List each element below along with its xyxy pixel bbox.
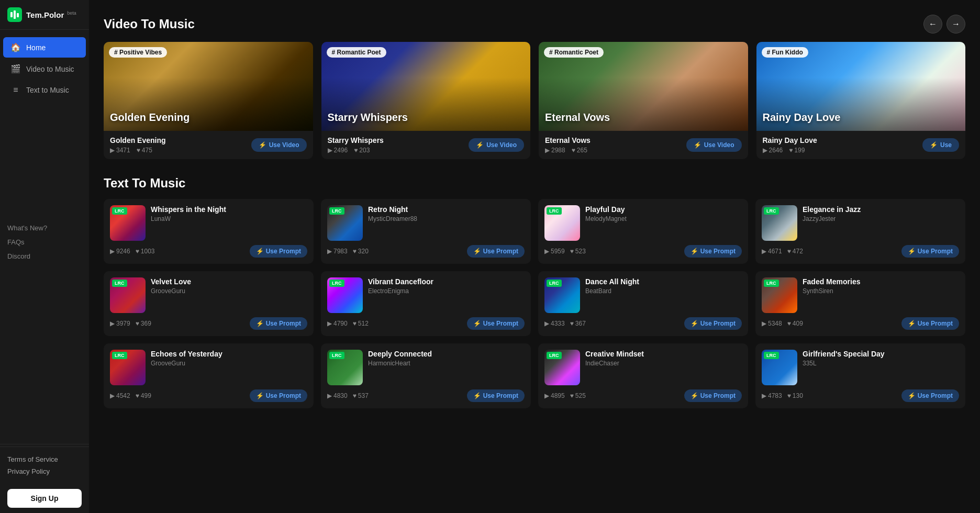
next-arrow-button[interactable]: → [946, 15, 965, 34]
music-card[interactable]: LRC Faded Memories SynthSiren ▶ 5348 ♥ 4… [755, 271, 965, 336]
sidebar-item-home[interactable]: 🏠 Home [3, 37, 86, 58]
music-card[interactable]: LRC Dance All Night BeatBard ▶ 4333 ♥ 36… [538, 271, 748, 336]
likes-stat: ♥ 320 [353, 248, 369, 255]
faqs-link[interactable]: FAQs [7, 236, 82, 248]
video-stats: ▶ 2496 ♥ 203 [328, 147, 384, 154]
music-card[interactable]: LRC Deeply Connected HarmonicHeart ▶ 483… [321, 343, 531, 408]
use-prompt-button[interactable]: ⚡ Use Prompt [684, 389, 742, 402]
sidebar-item-text-to-music[interactable]: ≡ Text to Music [3, 80, 86, 100]
use-prompt-button[interactable]: ⚡ Use Prompt [684, 317, 742, 330]
video-stats: ▶ 3471 ♥ 475 [110, 147, 166, 154]
use-prompt-button[interactable]: ⚡ Use Prompt [250, 317, 307, 330]
use-prompt-button[interactable]: ⚡ Use Prompt [467, 389, 525, 402]
music-stats: ▶ 4542 ♥ 499 [110, 392, 151, 399]
use-prompt-button[interactable]: ⚡ Use Prompt [250, 389, 307, 402]
music-card[interactable]: LRC Playful Day MelodyMagnet ▶ 5959 ♥ 52… [538, 199, 748, 264]
video-card-bottom: Rainy Day Love ▶ 2646 ♥ 199 ⚡ Use [756, 131, 966, 159]
music-card-bottom: ▶ 4790 ♥ 512 ⚡ Use Prompt [327, 317, 525, 330]
music-thumbnail: LRC [110, 205, 146, 241]
music-card[interactable]: LRC Retro Night MysticDreamer88 ▶ 7983 ♥… [321, 199, 531, 264]
use-prompt-button[interactable]: ⚡ Use Prompt [901, 389, 959, 402]
music-info: Playful Day MelodyMagnet [585, 205, 742, 222]
whats-new-link[interactable]: What's New? [7, 222, 82, 234]
play-icon: ▶ [110, 147, 115, 154]
music-card-top: LRC Faded Memories SynthSiren [762, 277, 959, 313]
music-name: Vibrant Dancefloor [368, 277, 525, 286]
terms-link[interactable]: Terms of Service [7, 453, 82, 465]
video-card[interactable]: # Positive Vibes Golden Evening Golden E… [104, 42, 313, 159]
music-stats: ▶ 9246 ♥ 1003 [110, 248, 155, 255]
music-card[interactable]: LRC Elegance in Jazz JazzyJester ▶ 4671 … [755, 199, 965, 264]
music-card-bottom: ▶ 4783 ♥ 130 ⚡ Use Prompt [762, 389, 959, 402]
lrc-badge: LRC [112, 352, 127, 359]
likes-stat: ♥ 265 [572, 147, 587, 154]
music-stats: ▶ 4790 ♥ 512 [327, 320, 369, 327]
use-video-button[interactable]: ⚡ Use [922, 138, 959, 152]
home-icon: 🏠 [10, 42, 21, 52]
use-prompt-button[interactable]: ⚡ Use Prompt [250, 245, 307, 258]
play-icon: ▶ [110, 392, 115, 399]
sidebar-item-home-label: Home [26, 43, 46, 52]
play-icon: ▶ [328, 147, 332, 154]
sign-up-button[interactable]: Sign Up [7, 489, 82, 508]
music-name: Playful Day [585, 205, 742, 214]
use-prompt-button[interactable]: ⚡ Use Prompt [684, 245, 742, 258]
use-prompt-button[interactable]: ⚡ Use Prompt [467, 317, 525, 330]
music-name: Creative Mindset [585, 350, 742, 358]
plays-stat: ▶ 5959 [544, 248, 565, 255]
heart-icon: ♥ [354, 147, 358, 154]
lightning-icon: ⚡ [473, 392, 481, 399]
lrc-badge: LRC [547, 207, 562, 215]
sidebar-item-video-to-music[interactable]: 🎬 Video to Music [3, 59, 86, 79]
video-card[interactable]: # Fun Kiddo Rainy Day Love Rainy Day Lov… [756, 42, 966, 159]
music-name: Faded Memories [803, 277, 959, 286]
music-author: BeatBard [585, 287, 742, 295]
music-author: ElectroEnigma [368, 287, 525, 295]
video-stats: ▶ 2646 ♥ 199 [763, 147, 817, 154]
logo-area: Tem.Polor beta [0, 0, 89, 30]
music-card[interactable]: LRC Creative Mindset IndieChaser ▶ 4895 … [538, 343, 748, 408]
music-card[interactable]: LRC Velvet Love GrooveGuru ▶ 3979 ♥ 369 … [104, 271, 314, 336]
lightning-icon: ⚡ [908, 392, 916, 399]
music-card[interactable]: LRC Girlfriend's Special Day 335L ▶ 4783… [755, 343, 965, 408]
prev-arrow-button[interactable]: ← [923, 15, 942, 34]
sidebar: Tem.Polor beta 🏠 Home 🎬 Video to Music ≡… [0, 0, 89, 513]
lrc-badge: LRC [547, 352, 562, 359]
video-card[interactable]: # Romantic Poet Eternal Vows Eternal Vow… [539, 42, 748, 159]
privacy-link[interactable]: Privacy Policy [7, 465, 82, 477]
music-card[interactable]: LRC Whispers in the Night LunaW ▶ 9246 ♥… [104, 199, 314, 264]
music-stats: ▶ 4895 ♥ 525 [544, 392, 586, 399]
use-prompt-button[interactable]: ⚡ Use Prompt [467, 245, 525, 258]
music-card-bottom: ▶ 4830 ♥ 537 ⚡ Use Prompt [327, 389, 525, 402]
music-stats: ▶ 5348 ♥ 409 [762, 320, 803, 327]
discord-link[interactable]: Discord [7, 250, 82, 262]
use-video-button[interactable]: ⚡ Use Video [251, 138, 307, 152]
plays-stat: ▶ 4783 [762, 392, 782, 399]
heart-icon: ♥ [353, 392, 357, 399]
music-stats: ▶ 4830 ♥ 537 [327, 392, 369, 399]
music-card-bottom: ▶ 5959 ♥ 523 ⚡ Use Prompt [544, 245, 742, 258]
play-icon: ▶ [327, 248, 332, 255]
music-name: Girlfriend's Special Day [803, 350, 959, 358]
music-name: Echoes of Yesterday [151, 350, 307, 358]
video-title-overlay: Eternal Vows [545, 111, 742, 124]
music-info: Faded Memories SynthSiren [803, 277, 959, 295]
heart-icon: ♥ [787, 248, 791, 255]
lrc-badge: LRC [764, 207, 779, 215]
heart-icon: ♥ [353, 248, 357, 255]
video-tag: # Positive Vibes [109, 47, 167, 58]
video-card[interactable]: # Romantic Poet Starry Whispers Starry W… [321, 42, 531, 159]
music-card[interactable]: LRC Echoes of Yesterday GrooveGuru ▶ 454… [104, 343, 314, 408]
use-prompt-button[interactable]: ⚡ Use Prompt [901, 317, 959, 330]
music-card[interactable]: LRC Vibrant Dancefloor ElectroEnigma ▶ 4… [321, 271, 531, 336]
use-video-button[interactable]: ⚡ Use Video [686, 138, 742, 152]
music-card-top: LRC Echoes of Yesterday GrooveGuru [110, 350, 307, 385]
music-author: GrooveGuru [151, 360, 307, 367]
video-tag: # Romantic Poet [544, 47, 604, 58]
plays-stat: ▶ 2496 [328, 147, 348, 154]
use-video-button[interactable]: ⚡ Use Video [469, 138, 524, 152]
sidebar-item-text-label: Text to Music [26, 86, 69, 94]
use-prompt-button[interactable]: ⚡ Use Prompt [901, 245, 959, 258]
music-card-top: LRC Creative Mindset IndieChaser [544, 350, 742, 385]
music-author: SynthSiren [803, 287, 959, 295]
